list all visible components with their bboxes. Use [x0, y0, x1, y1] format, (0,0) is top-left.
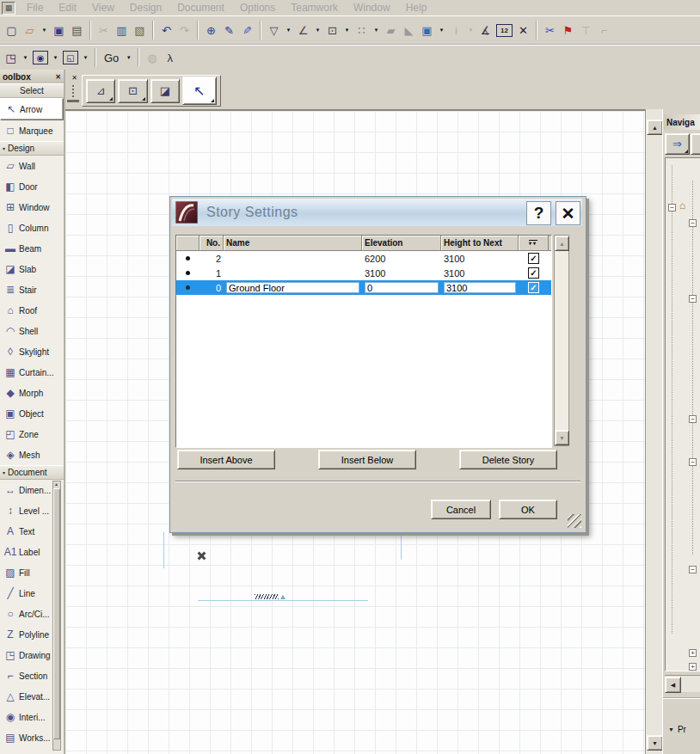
menu-item-window[interactable]: Window [346, 2, 398, 14]
toolbox-item-slab[interactable]: ◪Slab [0, 259, 64, 279]
info-dropdown-icon[interactable]: ▼ [465, 21, 476, 40]
close-x-icon[interactable]: ✕ [514, 21, 532, 40]
gravity-dropdown-icon[interactable]: ▼ [341, 21, 353, 40]
toolbox-item-arrow[interactable]: ↖Arrow [0, 98, 64, 120]
canvas-scroll-up-button[interactable]: ▲ [647, 120, 663, 135]
dock-close-icon[interactable]: ✕ [69, 72, 80, 83]
redo-icon[interactable]: ↷ [175, 21, 193, 40]
new-layout-icon[interactable]: ◳ [2, 48, 20, 67]
snap-points-dropdown-icon[interactable]: ▼ [371, 21, 382, 40]
navigator-titlebar[interactable]: Naviga [664, 114, 700, 130]
menu-item-view[interactable]: View [84, 2, 122, 14]
view-settings-icon[interactable]: ◉ [33, 51, 48, 64]
toolbox-item-mesh[interactable]: ◈Mesh [0, 444, 64, 465]
cut-elements-icon[interactable]: ✂ [541, 21, 559, 40]
menu-item-file[interactable]: File [19, 2, 51, 14]
dialog-close-button[interactable]: ✕ [556, 201, 580, 225]
find-and-select-icon[interactable]: ⊕ [202, 21, 220, 40]
menu-item-help[interactable]: Help [398, 2, 435, 14]
inject-parameters-icon[interactable]: ✎ [238, 21, 256, 40]
dock-drag-handle[interactable] [72, 85, 74, 97]
mark-up-flag-icon[interactable]: ⚑ [559, 21, 577, 40]
column-header-height-to-next[interactable]: Height to Next [441, 236, 519, 250]
toolbox-item-column[interactable]: ▯Column [0, 218, 64, 238]
open-file-dropdown-icon[interactable]: ▼ [39, 21, 50, 40]
info-icon[interactable]: i [447, 21, 465, 40]
suspend-groups-icon[interactable]: ∠ [294, 21, 312, 40]
inline-edit-field[interactable]: Ground Floor [226, 282, 359, 293]
checkbox-checked-icon[interactable]: ✓ [528, 253, 539, 264]
story-row[interactable]: 0Ground Floor03100✓ [176, 280, 551, 295]
toolbox-item-zone[interactable]: ◰Zone [0, 424, 64, 444]
navigator-horizontal-scrollbar[interactable]: ◀ [665, 675, 700, 692]
delete-story-button[interactable]: Delete Story [459, 450, 557, 469]
toolbox-item-wall[interactable]: ▱Wall [0, 156, 64, 176]
layers-icon[interactable]: ▣ [418, 21, 436, 40]
gravity-icon[interactable]: ⊡ [323, 21, 341, 40]
resize-grip[interactable] [568, 514, 581, 528]
selection-filter-icon[interactable]: ▽ [265, 21, 283, 40]
new-document-icon[interactable]: ▢ [3, 21, 21, 40]
toolbox-item-object[interactable]: ▣Object [0, 403, 64, 424]
copy-icon[interactable]: ▥ [113, 21, 131, 40]
story-height-to-next-field[interactable]: 3100 [441, 280, 519, 295]
table-scrollbar[interactable]: ▲ ▼ [554, 235, 569, 446]
menu-item-edit[interactable]: Edit [51, 2, 84, 14]
column-header-name[interactable]: Name [224, 236, 362, 250]
column-header-elevation[interactable]: Elevation [362, 236, 441, 250]
tree-expand-box-icon[interactable]: − [689, 219, 697, 227]
tree-expand-box-icon[interactable]: − [689, 566, 697, 573]
tree-expand-box-icon[interactable]: − [689, 415, 697, 423]
toolbox-item-morph[interactable]: ◆Morph [0, 383, 64, 403]
tree-expand-box-icon[interactable]: − [689, 458, 697, 466]
toolbox-item-beam[interactable]: ▬Beam [0, 238, 64, 259]
toolbox-section-document[interactable]: ▾Document [0, 465, 64, 480]
tree-collapse-box-icon[interactable]: + [689, 649, 697, 657]
survey-level-icon[interactable]: ∡ [476, 21, 494, 40]
toolbox-item-marquee[interactable]: □Marquee [0, 120, 64, 141]
toolbox-item-roof[interactable]: ⌂Roof [0, 300, 64, 321]
insert-below-button[interactable]: Insert Below [318, 450, 416, 469]
story-name-field[interactable]: Ground Floor [224, 280, 362, 295]
arrow-tool[interactable]: ↖ [182, 77, 217, 105]
toolbox-item-curtain[interactable]: ▦Curtain... [0, 362, 64, 383]
checkbox-checked-icon[interactable]: ✓ [528, 267, 539, 279]
toolbox-item-stair[interactable]: ≣Stair [0, 279, 64, 300]
dimension-units-icon[interactable]: 12 [496, 24, 513, 37]
canvas-scroll-down-button[interactable]: ▼ [647, 735, 663, 751]
insert-above-button[interactable]: Insert Above [177, 450, 275, 469]
undo-icon[interactable]: ↶ [157, 21, 175, 40]
project-chooser-button[interactable]: ⇒ [665, 133, 690, 155]
navigator-secondary-button[interactable] [691, 133, 700, 155]
toolbox-item-skylight[interactable]: ◊Skylight [0, 341, 64, 362]
grayed-tool-2-icon[interactable]: ⌐ [595, 21, 613, 40]
tree-collapse-box-icon[interactable]: + [689, 663, 697, 671]
suspend-groups-dropdown-icon[interactable]: ▼ [312, 21, 323, 40]
pick-up-parameters-icon[interactable]: ✎ [220, 21, 238, 40]
grayed-tool-1-icon[interactable]: ⊤ [577, 21, 595, 40]
toolbox-close-icon[interactable]: ✕ [55, 73, 61, 81]
window-arrange-icon[interactable]: ◱ [63, 51, 78, 64]
navigator-scroll-left-button[interactable]: ◀ [665, 677, 681, 693]
help-button[interactable]: ? [526, 201, 551, 225]
open-file-icon[interactable]: ▱ [21, 21, 39, 40]
go-menu-icon[interactable]: Go [100, 48, 123, 67]
window-arrange-dropdown-icon[interactable]: ▼ [80, 48, 91, 67]
view-settings-dropdown-icon[interactable]: ▼ [50, 48, 61, 67]
story-row[interactable]: 131003100✓ [176, 266, 551, 280]
story-row[interactable]: 262003100✓ [176, 251, 551, 266]
inline-edit-field[interactable]: 3100 [444, 282, 516, 293]
orbit-icon[interactable]: ◍ [143, 48, 161, 67]
column-header-show-story[interactable]: ▾▾ [519, 236, 549, 250]
properties-section-header[interactable]: ▼ Pr [668, 725, 686, 734]
layers-dropdown-icon[interactable]: ▼ [436, 21, 447, 40]
toolbox-section-select[interactable]: Select [0, 83, 64, 98]
save-icon[interactable]: ▣ [50, 21, 68, 40]
column-header-no[interactable]: No. [200, 236, 224, 250]
marquee-lasso-tool[interactable]: ⊿ [86, 79, 115, 103]
go-menu-dropdown-icon[interactable]: ▼ [123, 48, 134, 67]
toolbox-scrollbar[interactable]: ▲ [52, 481, 61, 751]
toolbox-scroll-thumb[interactable] [53, 488, 60, 739]
toolbox-item-shell[interactable]: ◠Shell [0, 321, 64, 341]
toolbox-titlebar[interactable]: oolbox ✕ [0, 70, 64, 83]
